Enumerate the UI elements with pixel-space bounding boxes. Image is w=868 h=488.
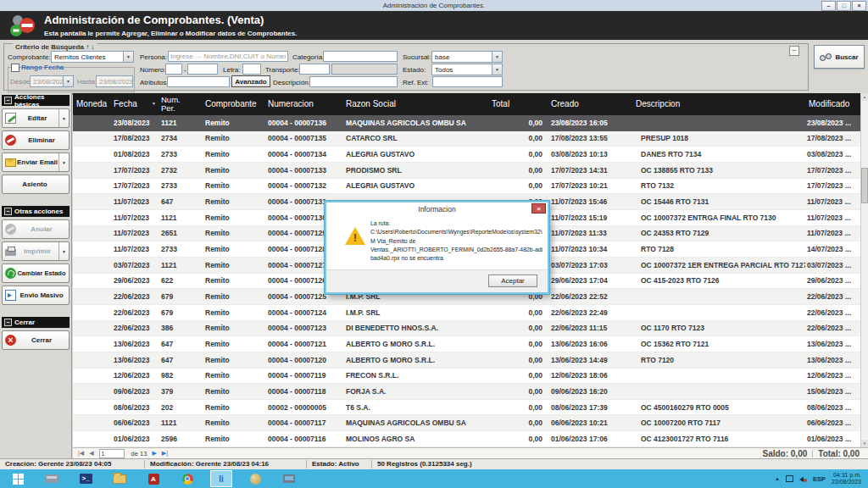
table-row[interactable]: 22/06/2023386Remito00004 - 00007123DI BE…	[73, 321, 868, 337]
pager-last-button[interactable]: ▶|	[162, 450, 168, 457]
tray-volume-muted-icon[interactable]	[799, 475, 807, 482]
letra-input[interactable]	[242, 64, 261, 75]
table-row[interactable]: 08/06/2023202Remito00002 - 00000005T6 S.…	[73, 400, 868, 416]
collapse-icon[interactable]: –	[4, 97, 12, 104]
cell-num: 2732	[158, 166, 202, 175]
atributos-input[interactable]	[167, 76, 230, 87]
cell-modif: 12/06/2023 ...	[805, 371, 868, 380]
cerrar-button[interactable]: Cerrar	[2, 330, 70, 350]
taskbar-acrobat-icon[interactable]: A	[142, 470, 164, 487]
taskbar-file-explorer-icon[interactable]	[108, 470, 131, 487]
collapse-icon[interactable]: –	[4, 319, 12, 326]
col-creado[interactable]: Creado	[548, 100, 632, 109]
table-row[interactable]: 01/08/20232733Remito00004 - 00007134ALEG…	[73, 147, 868, 163]
col-num-per[interactable]: Num. Per.	[158, 96, 202, 113]
taskbar-coin-icon[interactable]	[244, 470, 266, 487]
taskbar-remote-desktop-icon[interactable]	[278, 470, 300, 487]
col-fecha[interactable]: Fecha ▼	[110, 100, 158, 109]
chevron-down-icon[interactable]: ▼	[58, 153, 69, 171]
envio-masivo-button[interactable]: Envio Masivo	[2, 286, 70, 305]
table-row[interactable]: 12/06/2023982Remito00004 - 00007119FRECO…	[73, 369, 868, 385]
cell-num: 647	[158, 356, 202, 364]
chevron-down-icon[interactable]: ▼	[492, 52, 502, 62]
table-row[interactable]: 13/06/2023647Remito00004 - 00007121ALBER…	[73, 336, 868, 352]
col-moneda[interactable]: Moneda	[73, 100, 110, 109]
col-descripcion[interactable]: Descripcion	[632, 100, 805, 109]
col-razon-social[interactable]: Razon Social	[342, 100, 488, 109]
start-button[interactable]	[7, 470, 29, 487]
ref-ext-input[interactable]	[432, 76, 503, 87]
cell-modif: 08/06/2023 ...	[805, 403, 868, 412]
dialog-footer: Aceptar	[326, 269, 548, 292]
table-row[interactable]: 23/08/20231121Remito00004 - 00007136MAQU…	[73, 115, 868, 131]
rango-fecha-checkbox[interactable]	[11, 64, 19, 72]
chevron-down-icon[interactable]: ▼	[58, 109, 69, 127]
pager-page-input[interactable]: 1	[99, 449, 125, 458]
close-button[interactable]: ×	[852, 1, 866, 11]
group-header-cerrar[interactable]: – Cerrar	[2, 317, 70, 328]
table-row[interactable]: 09/06/2023379Remito00004 - 00007118FORJA…	[73, 384, 868, 400]
eliminar-button[interactable]: Eliminar	[2, 130, 70, 150]
group-header-otras-acciones[interactable]: – Otras acciones	[2, 206, 70, 217]
tray-clock[interactable]: 04:31 p.m. 23/08/2023	[832, 472, 861, 485]
col-total[interactable]: Total	[488, 100, 548, 109]
imprimir-button[interactable]: Imprimir ▼	[2, 241, 70, 261]
persona-input[interactable]	[168, 51, 288, 62]
anular-button[interactable]: Anular	[2, 219, 70, 239]
collapse-panel-button[interactable]: –	[789, 46, 799, 56]
scroll-down-icon[interactable]: ▼	[861, 440, 868, 447]
tray-network-icon[interactable]	[786, 475, 793, 482]
desde-date-select[interactable]: 23/08/2023 ▼	[30, 75, 74, 87]
table-row[interactable]: 17/08/20232734Remito00004 - 00007135CATA…	[73, 131, 868, 147]
categoria-input[interactable]	[323, 51, 398, 62]
minimize-button[interactable]: –	[821, 1, 836, 11]
vertical-scrollbar[interactable]: ▲ ▼	[860, 93, 868, 447]
chevron-down-icon[interactable]: ▼	[123, 52, 133, 62]
numero-hasta-input[interactable]	[187, 64, 218, 75]
cell-fecha: 22/06/2023	[110, 324, 158, 332]
maximize-button[interactable]: □	[837, 1, 851, 11]
enviar-email-button[interactable]: Enviar Email ▼	[2, 152, 70, 172]
pager-first-button[interactable]: |◀	[78, 450, 84, 457]
asiento-button[interactable]: Asiento	[2, 175, 70, 194]
aceptar-button[interactable]: Aceptar	[488, 274, 537, 287]
table-row[interactable]: 17/07/20232733Remito00004 - 00007132ALEG…	[73, 179, 868, 195]
hasta-date-select[interactable]: 23/08/2023	[96, 75, 133, 87]
cambiar-estado-button[interactable]: Cambiar Estado	[2, 263, 70, 283]
estado-select[interactable]: Todos ▼	[431, 64, 503, 75]
transporte-codigo-input[interactable]	[299, 64, 330, 75]
numero-desde-input[interactable]	[165, 64, 182, 75]
col-modificado[interactable]: Modificado	[805, 100, 868, 109]
taskbar-comprobantes-app-icon[interactable]: Ii	[210, 470, 232, 487]
scroll-up-icon[interactable]: ▲	[861, 93, 868, 101]
group-header-acciones-basicas[interactable]: – Acciones básicas	[2, 95, 70, 106]
sucursal-select[interactable]: base ▼	[431, 51, 503, 63]
tray-language-indicator[interactable]: ESP	[813, 475, 826, 483]
search-criteria-panel: Criterio de Búsqueda ↑ ↓ – Comprobante: …	[0, 40, 868, 95]
col-comprobante[interactable]: Comprobante	[202, 100, 264, 109]
table-row[interactable]: 01/06/20232596Remito00004 - 00007116MOLI…	[73, 431, 868, 447]
taskbar-keyboard-icon[interactable]	[41, 470, 63, 487]
table-row[interactable]: 17/07/20232732Remito00004 - 00007133PROD…	[73, 163, 868, 179]
transporte-nombre-input[interactable]	[331, 64, 398, 75]
avanzado-button[interactable]: Avanzado	[231, 75, 270, 87]
pager-prev-button[interactable]: ◀	[89, 450, 93, 457]
tray-expand-icon[interactable]: ▲	[775, 476, 780, 481]
table-row[interactable]: 06/06/20231121Remito00004 - 00007117MAQU…	[73, 415, 868, 431]
pager-next-button[interactable]: ▶	[152, 450, 156, 457]
chevron-down-icon[interactable]: ▼	[492, 64, 502, 75]
descripcion-input[interactable]	[309, 76, 398, 87]
col-numeracion[interactable]: Numeracion	[264, 100, 342, 109]
chevron-down-icon[interactable]: ▼	[58, 242, 69, 260]
table-row[interactable]: 22/06/2023679Remito00004 - 00007124I.M.P…	[73, 305, 868, 321]
taskbar-chrome-icon[interactable]	[176, 470, 198, 487]
taskbar-powershell-icon[interactable]: >_	[75, 470, 97, 487]
collapse-icon[interactable]: –	[4, 208, 12, 215]
scrollbar-thumb[interactable]	[861, 168, 868, 203]
table-row[interactable]: 13/06/2023647Remito00004 - 00007120ALBER…	[73, 352, 868, 369]
editar-button[interactable]: Editar ▼	[2, 108, 70, 128]
buscar-button[interactable]: Buscar	[814, 45, 865, 69]
comprobante-select[interactable]: Remitos Clientes ▼	[51, 51, 134, 63]
estado-label: Estado:	[403, 66, 426, 74]
dialog-close-button[interactable]: ×	[531, 203, 546, 214]
